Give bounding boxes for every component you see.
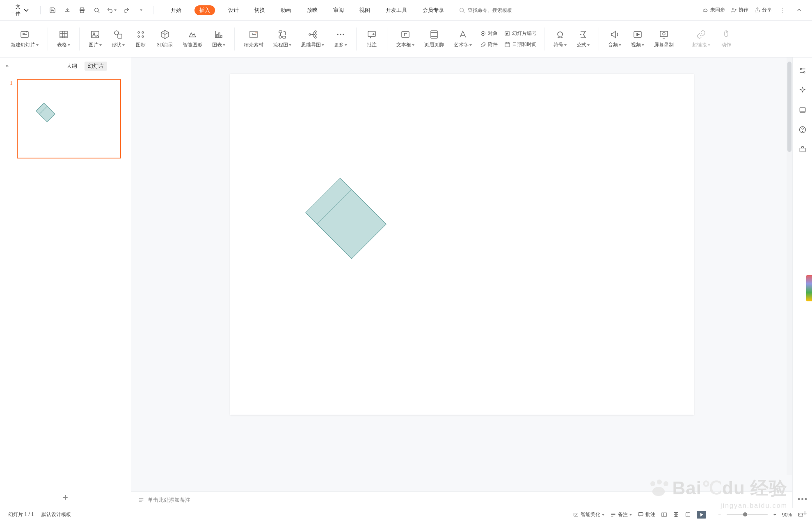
notes-icon (138, 497, 144, 503)
template-icon[interactable] (798, 105, 807, 115)
tab-insert[interactable]: 插入 (194, 5, 215, 15)
symbol-button[interactable]: 符号 (550, 28, 570, 50)
notes-bar[interactable]: 单击此处添加备注 (131, 491, 792, 508)
settings-icon[interactable] (798, 66, 807, 76)
thumbnail-preview[interactable] (17, 79, 121, 158)
file-menu-label: 文件 (16, 3, 21, 17)
svg-point-44 (802, 131, 803, 132)
thumbnail-item[interactable]: 1 (10, 79, 121, 158)
collapse-ribbon-button[interactable] (794, 5, 804, 15)
more-icon (335, 29, 346, 40)
zoom-slider[interactable] (727, 514, 768, 515)
tab-member[interactable]: 会员专享 (420, 5, 446, 16)
icon-button[interactable]: 图标 (131, 28, 150, 50)
chart-button[interactable]: 图表 (209, 28, 229, 50)
file-menu-button[interactable]: 文件 (8, 2, 34, 19)
svg-text:#: # (506, 32, 508, 35)
slide-canvas[interactable] (230, 74, 694, 415)
mindmap-button[interactable]: 思维导图 (298, 28, 327, 50)
share-button[interactable]: 分享 (754, 7, 772, 14)
3d-button[interactable]: 3D演示 (153, 28, 176, 50)
svg-point-1 (95, 8, 98, 11)
formula-button[interactable]: 公式 (573, 28, 593, 50)
tab-home[interactable]: 开始 (168, 5, 184, 16)
comment-icon (638, 512, 644, 518)
canvas-scroll (131, 57, 792, 491)
svg-rect-49 (664, 513, 666, 516)
thumbnail-number: 1 (10, 79, 13, 86)
audio-button[interactable]: 音频 (605, 28, 624, 50)
tab-view[interactable]: 视图 (357, 5, 373, 16)
slide-number-icon: # (504, 30, 510, 37)
export-pdf-icon[interactable] (62, 5, 73, 16)
chart-icon (213, 29, 224, 40)
slideshow-view-button[interactable] (697, 511, 706, 519)
comments-toggle-button[interactable]: 批注 (638, 511, 655, 518)
smart-graphic-button[interactable]: 智能图形 (179, 28, 206, 50)
sparkle-icon[interactable] (798, 85, 807, 95)
reading-view-button[interactable] (685, 512, 691, 518)
vertical-scrollbar[interactable] (787, 57, 792, 475)
action-button[interactable]: 动作 (717, 28, 736, 50)
new-slide-button[interactable]: 新建幻灯片 (7, 28, 42, 50)
canvas-zone: 单击此处添加备注 (131, 57, 792, 508)
object-icon (480, 30, 486, 37)
tab-design[interactable]: 设计 (226, 5, 241, 16)
zoom-out-button[interactable]: − (718, 512, 721, 518)
smart-beautify-button[interactable]: 智能美化 (573, 511, 604, 518)
sync-status-button[interactable]: 未同步 (702, 7, 725, 14)
color-floater[interactable] (806, 275, 812, 301)
more-dots-button[interactable]: ••• (798, 495, 808, 504)
svg-rect-46 (574, 513, 578, 516)
quick-access-customize[interactable] (136, 5, 146, 16)
insert-datetime-button[interactable]: 日期和时间 (503, 40, 538, 49)
help-icon[interactable] (798, 125, 807, 135)
hyperlink-button[interactable]: 超链接 (689, 28, 714, 50)
more-button[interactable]: 更多 (331, 28, 350, 50)
insert-attachment-button[interactable]: 附件 (478, 40, 499, 49)
collapse-panel-button[interactable]: « (6, 62, 9, 69)
redo-button[interactable] (121, 5, 132, 16)
collaborate-button[interactable]: 协作 (731, 7, 748, 14)
tab-developer[interactable]: 开发工具 (383, 5, 409, 16)
add-slide-button[interactable]: + (63, 492, 68, 503)
flowchart-button[interactable]: 流程图 (270, 28, 295, 50)
insert-object-button[interactable]: 对象 (478, 29, 499, 38)
picture-button[interactable]: 图片 (85, 28, 105, 50)
table-button[interactable]: 表格 (54, 28, 73, 50)
save-icon[interactable] (47, 5, 58, 16)
svg-rect-19 (279, 31, 282, 33)
screen-record-button[interactable]: 屏幕录制 (651, 28, 677, 50)
print-preview-icon[interactable] (91, 5, 102, 16)
print-icon[interactable] (77, 5, 87, 16)
tab-review[interactable]: 审阅 (331, 5, 346, 16)
tab-animations[interactable]: 动画 (278, 5, 294, 16)
wordart-button[interactable]: 艺术字 (451, 28, 475, 50)
shapes-button[interactable]: 形状 (108, 28, 128, 50)
svg-point-38 (663, 33, 665, 35)
tab-transitions[interactable]: 切换 (252, 5, 268, 16)
panel-tab-slides[interactable]: 幻灯片 (85, 62, 107, 71)
search-input[interactable] (468, 7, 529, 13)
tab-slideshow[interactable]: 放映 (304, 5, 320, 16)
panel-tab-outline[interactable]: 大纲 (63, 62, 80, 71)
video-button[interactable]: 视频 (628, 28, 647, 50)
notes-toggle-button[interactable]: 备注 (610, 511, 632, 518)
svg-rect-15 (219, 33, 220, 38)
comment-button[interactable]: 批注 (362, 28, 381, 50)
normal-view-button[interactable] (661, 512, 667, 518)
header-footer-button[interactable]: 页眉页脚 (421, 28, 447, 50)
zoom-in-button[interactable]: + (773, 512, 776, 518)
docer-button[interactable]: 稻壳素材 (240, 28, 267, 50)
insert-slidenum-button[interactable]: #幻灯片编号 (503, 29, 538, 38)
command-search[interactable] (459, 7, 533, 14)
ribbon-tabs: 开始 插入 设计 切换 动画 放映 审阅 视图 开发工具 会员专享 (168, 5, 446, 16)
more-menu-icon[interactable]: ⋮ (778, 5, 788, 16)
svg-point-24 (315, 34, 316, 35)
textbox-button[interactable]: 文本框 (393, 28, 418, 50)
undo-button[interactable] (106, 5, 117, 16)
add-corner-button[interactable]: + (803, 509, 807, 518)
sorter-view-button[interactable] (673, 512, 679, 518)
svg-rect-53 (676, 515, 678, 516)
toolbox-icon[interactable] (798, 145, 807, 154)
